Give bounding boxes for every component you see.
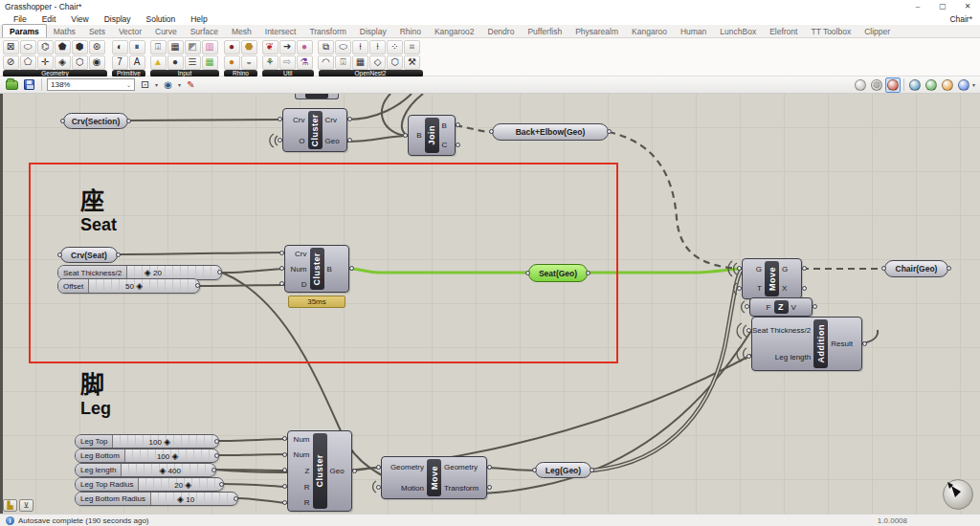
arrow-icon[interactable]: ➜ <box>279 40 296 55</box>
cherry-icon[interactable]: ❦ <box>262 40 278 55</box>
tab-rhino[interactable]: Rhino <box>393 25 428 37</box>
output-nub[interactable] <box>347 117 352 121</box>
output-b[interactable]: B <box>440 116 456 136</box>
slider-leg-bottom[interactable]: Leg Bottom100 ◈ <box>75 449 219 463</box>
display-shaded-red[interactable] <box>885 77 901 93</box>
preview-orange[interactable] <box>940 77 955 93</box>
component-unit-z[interactable]: FZV <box>749 297 813 317</box>
component-addition[interactable]: Seat Thickness/2Leg lengthAdditionResult <box>751 317 862 371</box>
graph-icon[interactable]: ▲ <box>150 55 167 70</box>
input-nub[interactable] <box>282 452 287 457</box>
tab-mesh[interactable]: Mesh <box>225 25 258 37</box>
input-leg-length[interactable]: Leg length <box>752 344 813 371</box>
preview-visibility-button[interactable]: ◉ <box>161 78 175 92</box>
input-nub[interactable] <box>881 266 886 271</box>
display-shaded-grey[interactable] <box>853 77 868 93</box>
preview-custom[interactable] <box>956 77 971 93</box>
label-id-icon[interactable]: ⍿ <box>369 40 386 55</box>
input-nub[interactable] <box>376 485 381 490</box>
output-nub[interactable] <box>214 439 219 444</box>
input-nub[interactable] <box>532 468 537 472</box>
menu-edit[interactable]: Edit <box>34 14 64 24</box>
slider-icon[interactable]: ⍗ <box>150 40 167 55</box>
spiral-icon[interactable]: ◠ <box>318 55 334 70</box>
flask-icon[interactable]: ⚗ <box>297 55 313 70</box>
output-nub[interactable] <box>352 469 357 473</box>
slider-knob-icon[interactable]: ◈ <box>159 466 166 475</box>
slider-knob-icon[interactable]: ◈ <box>172 451 179 461</box>
slider-leg-top-radius[interactable]: Leg Top Radius20 ◈ <box>75 477 224 492</box>
panel-icon[interactable]: ▦ <box>167 40 184 55</box>
slider-leg-top[interactable]: Leg Top100 ◈ <box>75 434 219 449</box>
hex-icon[interactable]: ⬡ <box>387 55 403 70</box>
output-nub[interactable] <box>349 266 354 271</box>
display-wireframe[interactable] <box>869 77 884 93</box>
slider-track-seat-thickness[interactable]: ◈ 20 <box>127 266 221 279</box>
save-file-button[interactable] <box>22 78 36 92</box>
minimize-button[interactable]: – <box>905 1 930 12</box>
output-nub[interactable] <box>214 453 219 458</box>
id-pin-icon[interactable]: ⍿ <box>352 40 368 55</box>
sphere-icon[interactable]: ● <box>224 40 240 55</box>
preview-blue[interactable] <box>907 77 923 93</box>
canvas-widget-sketch-button[interactable]: ▙ <box>3 499 17 512</box>
input-nub[interactable] <box>737 266 742 271</box>
gradient-icon[interactable]: ▦ <box>202 55 218 70</box>
canvas-widget-download-button[interactable]: ⊻ <box>19 499 33 512</box>
output-nub[interactable] <box>347 138 352 142</box>
tab-maths[interactable]: Maths <box>47 25 82 37</box>
output-nub[interactable] <box>586 271 590 275</box>
list-icon[interactable]: ☰ <box>185 55 201 70</box>
outline-icon[interactable]: ⬭ <box>335 40 351 55</box>
input-g[interactable]: G <box>743 259 764 279</box>
component-cluster-seat[interactable]: CrvNumDClusterB <box>284 245 349 293</box>
surface-icon[interactable]: ⬟ <box>55 40 71 55</box>
slider-leg-bottom-radius[interactable]: Leg Bottom Radius◈ 10 <box>75 492 238 506</box>
output-c[interactable]: C <box>440 136 456 156</box>
tab-clipper[interactable]: Clipper <box>858 25 897 37</box>
data-icon[interactable]: ⏸ <box>129 40 145 55</box>
input-crv[interactable]: Crv <box>283 109 307 130</box>
sheet-icon[interactable]: ▦ <box>352 55 368 70</box>
slider-offset[interactable]: Offset50 ◈ <box>57 278 200 294</box>
input-nub[interactable] <box>282 500 287 505</box>
input-nub[interactable] <box>525 271 530 275</box>
point-icon[interactable]: ⊠ <box>3 40 19 55</box>
tab-dendro[interactable]: Dendro <box>481 25 522 37</box>
pink-ball-icon[interactable]: ● <box>297 40 313 55</box>
hat-icon[interactable]: ◒ <box>241 55 257 70</box>
nest-icon[interactable]: ⧉ <box>318 40 334 55</box>
tab-surface[interactable]: Surface <box>184 25 225 37</box>
slider-track-leg-bottom[interactable]: 100 ◈ <box>125 449 218 462</box>
output-v[interactable]: V <box>790 298 813 316</box>
slider-knob-icon[interactable]: ◈ <box>145 268 151 277</box>
honeycomb-icon[interactable]: ⬣ <box>241 40 257 55</box>
tab-pufferfish[interactable]: Pufferfish <box>521 25 568 37</box>
output-transform[interactable]: Transform <box>442 478 486 499</box>
button-icon[interactable]: ● <box>167 55 184 70</box>
input-r[interactable]: R <box>288 479 312 495</box>
open-file-button[interactable] <box>5 78 19 92</box>
mesh-icon[interactable]: ⊛ <box>89 40 105 55</box>
component-cluster-leg[interactable]: NumNumZRRClusterGeo <box>287 430 352 512</box>
input-nub[interactable] <box>745 304 749 309</box>
slider-leg-length[interactable]: Leg length◈ 400 <box>75 463 216 477</box>
tab-physarealm[interactable]: Physarealm <box>568 25 625 37</box>
input-o[interactable]: O <box>283 130 307 151</box>
input-nub[interactable] <box>403 133 408 138</box>
document-switcher[interactable]: Chair* <box>949 14 974 24</box>
input-nub[interactable] <box>376 465 381 470</box>
output-x[interactable]: X <box>780 279 801 299</box>
input-seat-thickness-2[interactable]: Seat Thickness/2 <box>752 318 813 344</box>
input-geometry[interactable]: Geometry <box>382 457 426 478</box>
param-chair-geo[interactable]: Chair(Geo) <box>884 260 948 277</box>
param-crv-section[interactable]: Crv(Section) <box>63 113 128 129</box>
tab-tt-toolbox[interactable]: TT Toolbox <box>804 25 858 37</box>
compass-widget[interactable] <box>943 479 973 510</box>
zoom-dropdown-caret[interactable]: ▾ <box>155 81 158 88</box>
input-num[interactable]: Num <box>288 431 312 448</box>
zoom-level-combo[interactable]: 138% ⌄ <box>47 78 135 91</box>
slider-track-leg-bottom-radius[interactable]: ◈ 10 <box>151 493 237 505</box>
slider-track-leg-length[interactable]: ◈ 400 <box>122 464 215 476</box>
tab-elefront[interactable]: Elefront <box>763 25 804 37</box>
